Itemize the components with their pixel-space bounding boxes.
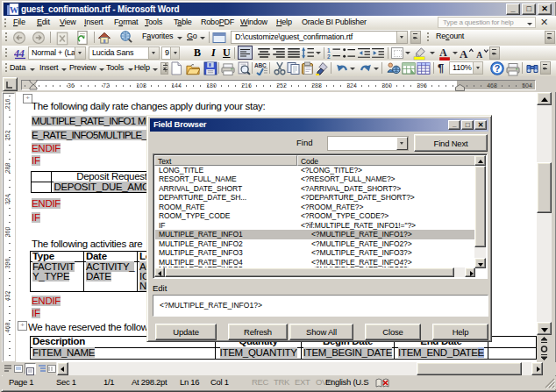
svg-text:1: 1 — [327, 47, 331, 53]
svg-text:A: A — [460, 48, 468, 61]
svg-text:W: W — [10, 5, 18, 15]
svg-text:ABC: ABC — [254, 62, 267, 68]
svg-text:2: 2 — [327, 53, 331, 60]
svg-text:44: 44 — [14, 47, 25, 60]
svg-text:?: ? — [495, 63, 500, 74]
svg-text:A: A — [439, 47, 447, 59]
svg-text:A: A — [476, 50, 482, 60]
